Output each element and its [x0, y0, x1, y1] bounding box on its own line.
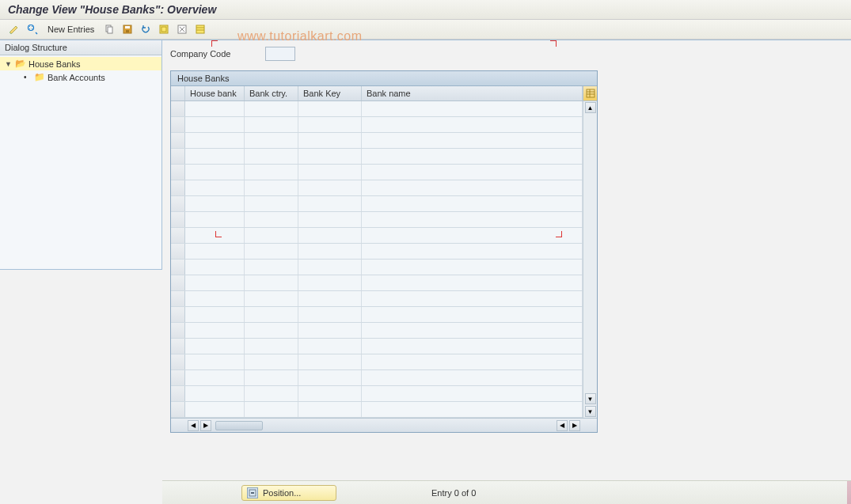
cell-bank-name[interactable] — [362, 133, 583, 148]
cell-house-bank[interactable] — [185, 260, 245, 275]
row-selector[interactable] — [171, 244, 185, 259]
cell-bank-name[interactable] — [362, 402, 583, 417]
cell-bank-ctry[interactable] — [245, 370, 298, 385]
cell-bank-ctry[interactable] — [245, 275, 298, 290]
cell-bank-ctry[interactable] — [245, 133, 298, 148]
scroll-left-icon[interactable]: ◀ — [188, 420, 199, 431]
scroll-thumb[interactable] — [215, 421, 263, 430]
select-all-icon[interactable] — [156, 22, 172, 36]
cell-bank-key[interactable] — [298, 402, 362, 417]
col-bank-key[interactable]: Bank Key — [298, 86, 362, 100]
row-selector[interactable] — [171, 370, 185, 385]
row-selector[interactable] — [171, 149, 185, 164]
row-selector[interactable] — [171, 354, 185, 369]
cell-house-bank[interactable] — [185, 370, 245, 385]
table-row[interactable] — [171, 212, 597, 228]
cell-bank-name[interactable] — [362, 117, 583, 132]
cell-bank-name[interactable] — [362, 354, 583, 369]
cell-bank-key[interactable] — [298, 370, 362, 385]
cell-house-bank[interactable] — [185, 117, 245, 132]
cell-bank-key[interactable] — [298, 165, 362, 180]
table-row[interactable] — [171, 260, 597, 275]
row-selector[interactable] — [171, 307, 185, 322]
table-row[interactable] — [171, 402, 597, 418]
cell-bank-key[interactable] — [298, 275, 362, 290]
cell-bank-ctry[interactable] — [245, 307, 298, 322]
cell-bank-ctry[interactable] — [245, 402, 298, 417]
col-bank-name[interactable]: Bank name — [362, 86, 583, 100]
row-selector[interactable] — [171, 386, 185, 401]
cell-bank-name[interactable] — [362, 228, 583, 243]
cell-house-bank[interactable] — [185, 386, 245, 401]
table-row[interactable] — [171, 307, 597, 323]
cell-bank-key[interactable] — [298, 149, 362, 164]
cell-bank-key[interactable] — [298, 354, 362, 369]
cell-bank-name[interactable] — [362, 291, 583, 306]
table-row[interactable] — [171, 386, 597, 402]
select-block-icon[interactable] — [192, 22, 208, 36]
cell-bank-key[interactable] — [298, 307, 362, 322]
cell-bank-ctry[interactable] — [245, 212, 298, 227]
cell-bank-key[interactable] — [298, 212, 362, 227]
cell-bank-key[interactable] — [298, 180, 362, 195]
cell-house-bank[interactable] — [185, 339, 245, 354]
table-row[interactable] — [171, 117, 597, 133]
row-selector[interactable] — [171, 402, 185, 417]
cell-bank-key[interactable] — [298, 323, 362, 338]
new-entries-button[interactable]: New Entries — [43, 23, 99, 36]
table-row[interactable] — [171, 291, 597, 307]
cell-bank-name[interactable] — [362, 196, 583, 211]
cell-bank-name[interactable] — [362, 180, 583, 195]
expand-icon[interactable]: ▼ — [5, 60, 13, 68]
cell-bank-name[interactable] — [362, 149, 583, 164]
row-selector[interactable] — [171, 291, 185, 306]
cell-bank-key[interactable] — [298, 228, 362, 243]
cell-house-bank[interactable] — [185, 291, 245, 306]
horizontal-scrollbar[interactable]: ◀ ▶ ◀ ▶ — [171, 418, 597, 432]
cell-bank-key[interactable] — [298, 260, 362, 275]
table-row[interactable] — [171, 354, 597, 370]
cell-bank-name[interactable] — [362, 101, 583, 116]
cell-house-bank[interactable] — [185, 165, 245, 180]
select-all-column[interactable] — [171, 86, 185, 100]
scroll-right2-icon[interactable]: ▶ — [569, 420, 580, 431]
col-bank-ctry[interactable]: Bank ctry. — [245, 86, 298, 100]
cell-house-bank[interactable] — [185, 149, 245, 164]
cell-bank-key[interactable] — [298, 244, 362, 259]
row-selector[interactable] — [171, 212, 185, 227]
row-selector[interactable] — [171, 165, 185, 180]
col-house-bank[interactable]: House bank — [185, 86, 245, 100]
scroll-left2-icon[interactable]: ◀ — [557, 420, 568, 431]
cell-bank-key[interactable] — [298, 291, 362, 306]
table-row[interactable] — [171, 228, 597, 244]
table-row[interactable] — [171, 196, 597, 212]
cell-bank-ctry[interactable] — [245, 117, 298, 132]
company-code-input[interactable] — [265, 47, 295, 61]
cell-bank-ctry[interactable] — [245, 354, 298, 369]
cell-bank-key[interactable] — [298, 133, 362, 148]
table-row[interactable] — [171, 275, 597, 291]
cell-bank-name[interactable] — [362, 260, 583, 275]
cell-bank-ctry[interactable] — [245, 260, 298, 275]
row-selector[interactable] — [171, 228, 185, 243]
cell-house-bank[interactable] — [185, 180, 245, 195]
vertical-scrollbar[interactable]: ▲ ▼ ▼ — [583, 101, 597, 418]
cell-bank-ctry[interactable] — [245, 386, 298, 401]
cell-bank-key[interactable] — [298, 117, 362, 132]
undo-icon[interactable] — [138, 22, 154, 36]
cell-bank-name[interactable] — [362, 339, 583, 354]
cell-bank-name[interactable] — [362, 275, 583, 290]
cell-bank-ctry[interactable] — [245, 180, 298, 195]
scroll-up-icon[interactable]: ▲ — [585, 102, 596, 113]
cell-house-bank[interactable] — [185, 196, 245, 211]
cell-bank-name[interactable] — [362, 370, 583, 385]
row-selector[interactable] — [171, 275, 185, 290]
cell-house-bank[interactable] — [185, 212, 245, 227]
cell-bank-ctry[interactable] — [245, 196, 298, 211]
table-row[interactable] — [171, 244, 597, 260]
cell-bank-name[interactable] — [362, 165, 583, 180]
save-icon[interactable] — [120, 22, 135, 36]
cell-bank-key[interactable] — [298, 101, 362, 116]
cell-bank-ctry[interactable] — [245, 339, 298, 354]
table-row[interactable] — [171, 101, 597, 117]
